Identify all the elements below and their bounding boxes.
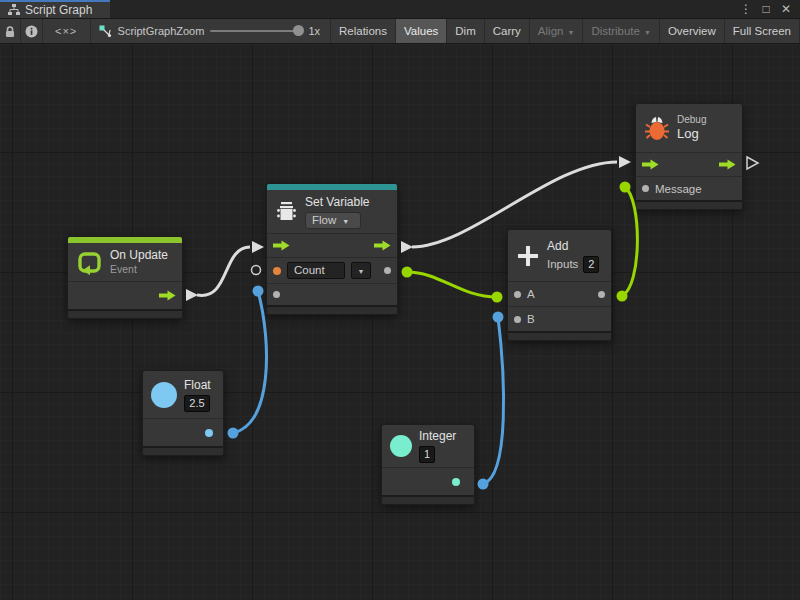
message-input-port[interactable] [642,185,649,192]
toolbar-button-relations[interactable]: Relations [331,19,396,43]
node-footer [382,495,474,504]
zoom-value: 1x [308,25,320,37]
integer-value-field[interactable]: 1 [419,446,435,463]
input-port-a[interactable] [514,291,521,298]
toolbar-button-align[interactable]: Align▼ [530,19,584,43]
node-add[interactable]: Add Inputs 2 A B [507,229,612,341]
lock-button[interactable] [0,19,21,43]
input-port-b[interactable] [514,316,521,323]
debug-bug-icon [644,115,670,142]
graph-asset-label: ScriptGraph [99,19,177,43]
flow-arrowhead [401,241,413,253]
port-a-label: A [527,288,535,300]
toolbar-button-values[interactable]: Values [396,19,447,43]
loop-event-icon [76,249,103,276]
variable-name-select[interactable]: Count [287,262,345,279]
node-title: Log [677,126,706,142]
graph-hierarchy-icon [8,4,20,16]
variable-kind-dropdown[interactable]: Flow ▼ [305,212,361,229]
wire-value-float-setvariable[interactable] [233,291,267,433]
sum-output-port[interactable] [598,291,605,298]
menu-icon[interactable]: ⋮ [738,2,754,16]
node-category: Debug [677,114,706,126]
wire-flow-onupdate-setvariable[interactable] [197,247,250,295]
variable-name-select-button[interactable]: ▼ [351,262,371,279]
node-footer [267,305,397,314]
info-icon [25,25,38,38]
wire-endpoint [253,286,264,297]
flow-output-port[interactable] [159,290,176,301]
toolbar-button-fullscreen[interactable]: Full Screen [725,19,800,43]
flow-input-port[interactable] [273,240,290,251]
node-footer [143,446,223,455]
close-icon[interactable]: ✕ [778,2,794,16]
port-b-label: B [527,313,535,325]
wire-endpoint [617,291,628,302]
integer-type-icon [390,435,412,457]
node-title: Float [184,378,211,393]
inputs-label: Inputs [547,258,578,270]
zoom-label: Zoom [176,25,204,37]
flow-arrowhead [186,289,198,301]
toolbar-buttons: Relations Values Dim Carry Align▼ Distri… [330,19,800,43]
value-input-port[interactable] [273,291,280,298]
zoom-slider-handle[interactable] [293,25,304,36]
variable-name-port[interactable] [273,267,281,275]
flow-arrowhead [619,156,631,168]
integer-output-port[interactable] [452,478,460,486]
chevron-down-icon: ▼ [342,214,349,229]
wire-value-setvariable-add[interactable] [407,272,497,297]
maximize-icon[interactable]: □ [758,2,774,16]
tab-script-graph[interactable]: Script Graph [0,0,110,18]
graph-asset-name: ScriptGraph [118,25,177,37]
toolbar-button-dim[interactable]: Dim [447,19,484,43]
flow-arrowhead [252,241,264,253]
node-title: On Update [110,248,168,263]
unconnected-port-circle[interactable] [252,266,261,275]
code-view-button[interactable]: <×> [43,19,91,43]
node-title: Add [547,239,599,254]
lock-icon [4,25,16,38]
node-set-variable[interactable]: Set Variable Flow ▼ Count [266,183,398,315]
value-output-port[interactable] [384,267,391,274]
script-graph-icon [99,25,112,38]
float-output-port[interactable] [205,429,213,437]
script-graph-window: Script Graph ⋮ □ ✕ <×> [0,0,800,600]
unconnected-flow-triangle[interactable] [747,157,758,169]
info-button[interactable] [21,19,42,43]
toolbar: <×> ScriptGraph Zoom 1x Relations Values… [0,19,800,44]
chevron-down-icon: ▼ [644,29,651,36]
float-type-icon [151,382,177,408]
window-controls: ⋮ □ ✕ [738,0,800,18]
chevron-down-icon: ▼ [358,264,365,279]
flow-output-port[interactable] [374,240,391,251]
chevron-down-icon: ▼ [567,29,574,36]
plus-icon [516,244,540,268]
node-float[interactable]: Float 2.5 [142,370,224,456]
tab-title: Script Graph [25,3,92,17]
message-label: Message [655,183,702,195]
inputs-count-field[interactable]: 2 [583,256,599,273]
graph-canvas[interactable]: On Update Event [0,44,800,600]
toolbar-button-carry[interactable]: Carry [485,19,530,43]
node-footer [508,331,611,340]
toolbar-button-overview[interactable]: Overview [660,19,725,43]
node-debug-log[interactable]: Debug Log Message [635,103,743,210]
node-integer[interactable]: Integer 1 [381,424,475,505]
code-icon: <×> [55,25,77,37]
wire-endpoint [478,479,489,490]
flow-output-port[interactable] [719,159,736,170]
zoom-slider[interactable] [210,30,302,32]
toolbar-button-distribute[interactable]: Distribute▼ [583,19,660,43]
variable-icon [275,200,298,223]
node-on-update[interactable]: On Update Event [67,236,183,319]
node-footer [636,200,742,209]
node-subtitle: Event [110,263,168,276]
wire-value-integer-add[interactable] [483,317,504,484]
wire-endpoint [228,428,239,439]
wire-endpoint [493,312,504,323]
float-value-field[interactable]: 2.5 [184,395,210,412]
tab-bar: Script Graph ⋮ □ ✕ [0,0,800,19]
flow-input-port[interactable] [642,159,659,170]
node-footer [68,309,182,318]
